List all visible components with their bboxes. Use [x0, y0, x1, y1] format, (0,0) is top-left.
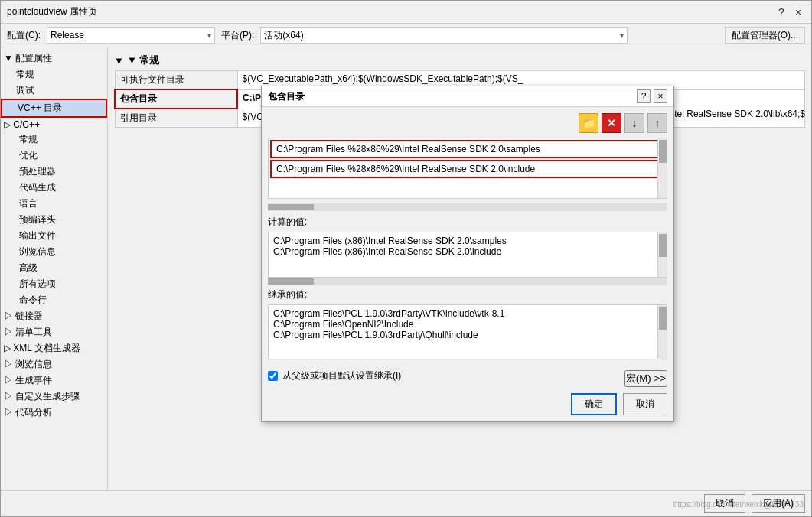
- sidebar: ▼ 配置属性 常规 调试 VC++ 目录 ▷ C/C++ 常规 优化 预处理器 …: [1, 47, 108, 490]
- computed-label: 计算的值:: [268, 216, 667, 229]
- list-item-0[interactable]: C:\Program Files %28x86%29\Intel RealSen…: [270, 140, 665, 158]
- section-header: ▼ ▼ 常规: [114, 54, 805, 67]
- macro-button[interactable]: 宏(M) >>: [624, 370, 667, 387]
- platform-dropdown[interactable]: 活动(x64) ▾: [260, 27, 628, 44]
- scrollbar-thumb: [659, 140, 667, 163]
- sidebar-group-xml[interactable]: ▷ XML 文档生成器: [1, 340, 107, 356]
- sidebar-item-preprocessor[interactable]: 预处理器: [1, 164, 107, 180]
- dialog-help-button[interactable]: ?: [637, 89, 651, 103]
- sidebar-item-precomp[interactable]: 预编译头: [1, 212, 107, 228]
- section-label: ▼ 常规: [127, 54, 159, 67]
- sidebar-item-output[interactable]: 输出文件: [1, 228, 107, 244]
- checkbox-row: 从父级或项目默认设置继承(I) 宏(M) >>: [268, 364, 667, 387]
- folder-button[interactable]: 📁: [579, 113, 598, 133]
- sidebar-item-all-options[interactable]: 所有选项: [1, 276, 107, 292]
- toolbar-row: 配置(C): Release ▾ 平台(P): 活动(x64) ▾ 配置管理器(…: [1, 24, 811, 47]
- sidebar-item-optimize[interactable]: 优化: [1, 148, 107, 164]
- content-area: ▼ 配置属性 常规 调试 VC++ 目录 ▷ C/C++ 常规 优化 预处理器 …: [1, 47, 811, 490]
- dialog-overlay: 包含目录 ? × 📁 ✕ ↓ ↑ C:: [261, 86, 674, 422]
- sidebar-group-codeanalysis[interactable]: ▷ 代码分析: [1, 405, 107, 421]
- config-label: 配置(C):: [7, 29, 41, 42]
- computed-item-0: C:\Program Files (x86)\Intel RealSense S…: [273, 236, 662, 246]
- hscroll-thumb: [268, 204, 314, 210]
- edit-list-scrollbar[interactable]: [657, 138, 667, 198]
- sidebar-config-props-label: ▼ 配置属性: [4, 52, 52, 65]
- inherited-item-0: C:\Program Files\PCL 1.9.0\3rdParty\VTK\…: [273, 308, 662, 319]
- platform-dropdown-arrow: ▾: [620, 31, 624, 40]
- inherited-box: C:\Program Files\PCL 1.9.0\3rdParty\VTK\…: [268, 304, 667, 359]
- config-dropdown[interactable]: Release ▾: [47, 27, 215, 44]
- main-panel: ▼ ▼ 常规 可执行文件目录 $(VC_ExecutablePath_x64);…: [108, 47, 811, 490]
- inherited-scrollbar-thumb: [659, 307, 667, 330]
- up-button[interactable]: ↑: [647, 113, 667, 133]
- delete-button[interactable]: ✕: [602, 113, 621, 133]
- inherited-scrollbar[interactable]: [657, 305, 667, 359]
- dialog-buttons: 确定 取消: [268, 393, 667, 415]
- partial-text-2: h);: [659, 119, 805, 130]
- partial-right-text: 9\Intel RealSense SDK 2.0\lib\x64;$ h);: [659, 109, 805, 130]
- computed-item-1: C:\Program Files (x86)\Intel RealSense S…: [273, 246, 662, 257]
- help-button[interactable]: ?: [774, 5, 788, 19]
- hscroll-bar[interactable]: [268, 203, 667, 211]
- computed-scrollbar[interactable]: [657, 232, 667, 277]
- main-window: pointcloudview 属性页 ? × 配置(C): Release ▾ …: [0, 0, 812, 517]
- manage-config-button[interactable]: 配置管理器(O)...: [725, 27, 805, 44]
- sidebar-item-codegen[interactable]: 代码生成: [1, 180, 107, 196]
- inherited-item-1: C:\Program Files\OpenNI2\Include: [273, 319, 662, 330]
- computed-hscroll[interactable]: [268, 278, 667, 285]
- prop-name-executable: 可执行文件目录: [115, 71, 237, 90]
- dialog-body: 📁 ✕ ↓ ↑ C:\Program Files %28x86%29\Intel…: [262, 107, 673, 421]
- inherited-label: 继承的值:: [268, 288, 667, 301]
- sidebar-config-props[interactable]: ▼ 配置属性: [1, 50, 107, 67]
- inherited-item-2: C:\Program Files\PCL 1.9.0\3rdParty\Qhul…: [273, 330, 662, 340]
- title-controls: ? ×: [774, 5, 805, 19]
- sidebar-item-browse[interactable]: 浏览信息: [1, 244, 107, 260]
- inherit-checkbox[interactable]: [268, 371, 278, 381]
- sidebar-item-language[interactable]: 语言: [1, 196, 107, 212]
- sidebar-group-custom[interactable]: ▷ 自定义生成步骤: [1, 389, 107, 405]
- sidebar-item-cmdline[interactable]: 命令行: [1, 292, 107, 308]
- dialog-title-text: 包含目录: [268, 90, 305, 103]
- dialog-title-bar: 包含目录 ? ×: [262, 86, 673, 107]
- prop-name-reference: 引用目录: [115, 109, 237, 128]
- config-value: Release: [51, 30, 84, 41]
- inherited-section: 继承的值: C:\Program Files\PCL 1.9.0\3rdPart…: [268, 288, 667, 359]
- prop-name-include: 包含目录: [115, 89, 237, 109]
- sidebar-item-general[interactable]: 常规: [1, 67, 107, 83]
- computed-box: C:\Program Files (x86)\Intel RealSense S…: [268, 232, 667, 278]
- dialog-ok-button[interactable]: 确定: [571, 393, 617, 415]
- edit-list: C:\Program Files %28x86%29\Intel RealSen…: [268, 138, 667, 199]
- dialog-close-button[interactable]: ×: [654, 89, 667, 103]
- computed-section: 计算的值: C:\Program Files (x86)\Intel RealS…: [268, 216, 667, 285]
- sidebar-item-cpp-general[interactable]: 常规: [1, 132, 107, 148]
- section-arrow: ▼: [114, 55, 124, 67]
- sidebar-group-cpp[interactable]: ▷ C/C++: [1, 118, 107, 132]
- platform-label: 平台(P):: [221, 29, 254, 42]
- inherit-checkbox-label: 从父级或项目默认设置继承(I): [282, 369, 401, 382]
- platform-value: 活动(x64): [264, 29, 303, 42]
- sidebar-item-advanced[interactable]: 高级: [1, 260, 107, 276]
- dialog-title-controls: ? ×: [637, 89, 667, 103]
- title-bar: pointcloudview 属性页 ? ×: [1, 1, 811, 24]
- close-button[interactable]: ×: [791, 5, 805, 19]
- window-title: pointcloudview 属性页: [7, 5, 97, 18]
- sidebar-group-manifest[interactable]: ▷ 清单工具: [1, 324, 107, 340]
- sidebar-item-debug[interactable]: 调试: [1, 83, 107, 99]
- watermark: https://blog.csdn.net/weixin_42764633: [673, 500, 804, 509]
- sidebar-group-events[interactable]: ▷ 生成事件: [1, 372, 107, 389]
- computed-scrollbar-thumb: [659, 234, 667, 257]
- dialog-cancel-button[interactable]: 取消: [623, 393, 667, 415]
- sidebar-item-vcpp-dirs[interactable]: VC++ 目录: [1, 99, 107, 118]
- partial-text-1: 9\Intel RealSense SDK 2.0\lib\x64;$: [659, 109, 805, 119]
- dialog-toolbar: 📁 ✕ ↓ ↑: [268, 113, 667, 133]
- config-dropdown-arrow: ▾: [207, 31, 211, 40]
- sidebar-group-browse2[interactable]: ▷ 浏览信息: [1, 356, 107, 372]
- sidebar-group-linker[interactable]: ▷ 链接器: [1, 308, 107, 324]
- computed-hscroll-thumb: [268, 278, 314, 285]
- list-item-1[interactable]: C:\Program Files %28x86%29\Intel RealSen…: [270, 160, 665, 178]
- down-button[interactable]: ↓: [624, 113, 644, 133]
